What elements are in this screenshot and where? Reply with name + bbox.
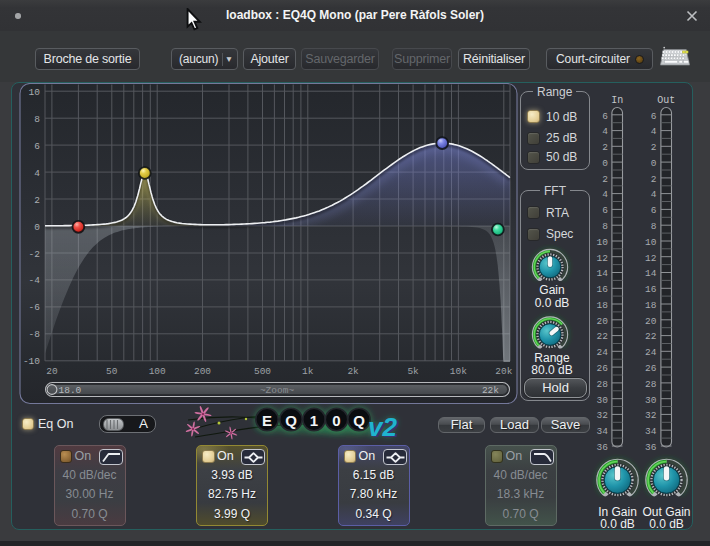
svg-text:6: 6 [651,111,657,122]
svg-text:6: 6 [602,205,608,216]
svg-text:4: 4 [34,168,40,179]
svg-text:4: 4 [602,126,608,137]
svg-text:0: 0 [332,412,340,429]
svg-text:24: 24 [597,347,609,358]
svg-text:14: 14 [597,268,609,279]
svg-text:-8: -8 [29,329,41,340]
svg-text:14: 14 [645,268,657,279]
svg-text:8: 8 [602,221,608,232]
svg-text:2k: 2k [347,366,359,377]
svg-text:10k: 10k [450,366,467,377]
svg-text:22k: 22k [482,385,499,396]
svg-text:1k: 1k [302,366,314,377]
svg-text:30: 30 [645,395,657,406]
svg-text:34: 34 [597,426,609,437]
svg-text:v2: v2 [368,412,397,442]
svg-text:36: 36 [645,442,657,453]
svg-text:Q: Q [353,412,365,429]
svg-text:28: 28 [597,379,609,390]
svg-text:-6: -6 [29,302,41,313]
svg-text:Q: Q [285,412,297,429]
svg-text:20k: 20k [495,366,512,377]
svg-text:50: 50 [106,366,118,377]
svg-text:2: 2 [651,142,657,153]
svg-text:E: E [262,412,272,429]
svg-text:22: 22 [597,331,609,342]
svg-text:10: 10 [29,87,41,98]
svg-text:18: 18 [597,300,609,311]
svg-text:16: 16 [597,284,609,295]
svg-text:-4: -4 [29,275,41,286]
svg-text:500: 500 [254,366,271,377]
svg-text:12: 12 [597,253,609,264]
svg-text:20: 20 [597,316,609,327]
svg-text:6: 6 [602,111,608,122]
svg-text:6: 6 [651,205,657,216]
svg-text:6: 6 [34,141,40,152]
svg-text:-2: -2 [29,249,41,260]
svg-text:0: 0 [602,158,608,169]
svg-text:0: 0 [34,222,40,233]
svg-text:2: 2 [34,195,40,206]
svg-text:-10: -10 [23,356,40,367]
svg-text:10: 10 [597,237,609,248]
svg-text:4: 4 [602,189,608,200]
svg-text:30: 30 [597,395,609,406]
svg-text:20: 20 [46,366,58,377]
svg-text:24: 24 [645,347,657,358]
svg-text:1: 1 [310,412,318,429]
svg-text:18.0: 18.0 [59,385,82,396]
svg-text:32: 32 [597,410,609,421]
svg-text:2: 2 [651,174,657,185]
svg-text:In: In [611,95,623,106]
svg-text:2: 2 [602,142,608,153]
svg-text:12: 12 [645,253,657,264]
svg-text:Out: Out [657,95,675,106]
svg-text:20: 20 [645,316,657,327]
svg-text:4: 4 [651,126,657,137]
svg-text:8: 8 [651,221,657,232]
svg-text:16: 16 [645,284,657,295]
svg-text:36: 36 [597,442,609,453]
svg-text:26: 26 [597,363,609,374]
svg-text:100: 100 [149,366,166,377]
svg-text:28: 28 [645,379,657,390]
svg-text:~Zoom~: ~Zoom~ [260,385,295,396]
svg-text:22: 22 [645,331,657,342]
svg-text:8: 8 [34,114,40,125]
svg-text:5k: 5k [407,366,419,377]
svg-text:18: 18 [645,300,657,311]
svg-text:4: 4 [651,189,657,200]
svg-text:10: 10 [645,237,657,248]
svg-text:200: 200 [194,366,211,377]
svg-text:32: 32 [645,410,657,421]
svg-text:26: 26 [645,363,657,374]
svg-text:2: 2 [602,174,608,185]
svg-text:0: 0 [651,158,657,169]
svg-text:34: 34 [645,426,657,437]
